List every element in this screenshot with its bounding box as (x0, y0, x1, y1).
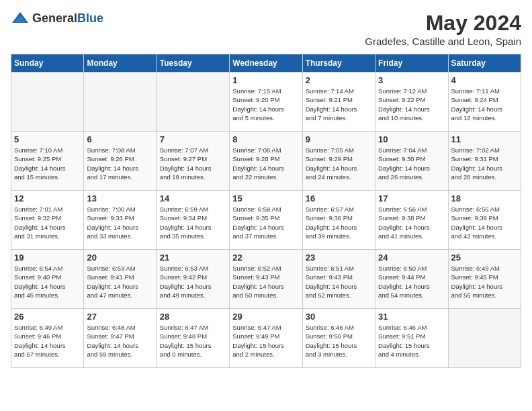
calendar-cell: 20Sunrise: 6:53 AM Sunset: 9:41 PM Dayli… (84, 250, 157, 309)
calendar-cell (84, 73, 157, 132)
day-info: Sunrise: 7:02 AM Sunset: 9:31 PM Dayligh… (451, 146, 518, 181)
day-number: 24 (378, 253, 445, 263)
calendar-cell: 3Sunrise: 7:12 AM Sunset: 9:22 PM Daylig… (375, 73, 448, 132)
day-number: 20 (87, 253, 153, 263)
day-of-week-header: Tuesday (157, 54, 229, 73)
day-info: Sunrise: 7:01 AM Sunset: 9:32 PM Dayligh… (14, 205, 81, 240)
calendar-table: SundayMondayTuesdayWednesdayThursdayFrid… (11, 54, 521, 368)
calendar-cell: 4Sunrise: 7:11 AM Sunset: 9:24 PM Daylig… (448, 73, 521, 132)
day-info: Sunrise: 6:53 AM Sunset: 9:42 PM Dayligh… (160, 264, 226, 300)
location-title: Gradefes, Castille and Leon, Spain (365, 36, 521, 47)
day-info: Sunrise: 7:04 AM Sunset: 9:30 PM Dayligh… (378, 146, 445, 181)
month-title: May 2024 (365, 11, 521, 36)
day-number: 13 (87, 193, 153, 203)
calendar-week-row: 12Sunrise: 7:01 AM Sunset: 9:32 PM Dayli… (11, 191, 521, 250)
calendar-cell (448, 309, 521, 368)
calendar-cell: 31Sunrise: 6:46 AM Sunset: 9:51 PM Dayli… (375, 309, 448, 368)
day-number: 6 (87, 134, 153, 144)
day-number: 8 (232, 134, 299, 144)
calendar-cell: 30Sunrise: 6:46 AM Sunset: 9:50 PM Dayli… (302, 309, 375, 368)
calendar-cell: 21Sunrise: 6:53 AM Sunset: 9:42 PM Dayli… (157, 250, 229, 309)
calendar-body: 1Sunrise: 7:15 AM Sunset: 9:20 PM Daylig… (11, 73, 521, 368)
calendar-cell: 13Sunrise: 7:00 AM Sunset: 9:33 PM Dayli… (84, 191, 157, 250)
day-info: Sunrise: 6:48 AM Sunset: 9:47 PM Dayligh… (87, 323, 153, 359)
calendar-cell: 14Sunrise: 6:59 AM Sunset: 9:34 PM Dayli… (157, 191, 229, 250)
day-info: Sunrise: 7:11 AM Sunset: 9:24 PM Dayligh… (451, 87, 518, 122)
day-of-week-header: Sunday (11, 54, 84, 73)
day-number: 22 (232, 253, 299, 263)
day-info: Sunrise: 6:47 AM Sunset: 9:49 PM Dayligh… (232, 323, 299, 359)
day-info: Sunrise: 6:54 AM Sunset: 9:40 PM Dayligh… (14, 264, 81, 300)
logo-icon (11, 11, 30, 26)
day-number: 3 (378, 75, 445, 85)
day-info: Sunrise: 7:06 AM Sunset: 9:28 PM Dayligh… (232, 146, 299, 181)
day-number: 9 (306, 134, 372, 144)
day-info: Sunrise: 6:57 AM Sunset: 9:36 PM Dayligh… (306, 205, 372, 240)
calendar-cell: 24Sunrise: 6:50 AM Sunset: 9:44 PM Dayli… (375, 250, 448, 309)
calendar-cell: 2Sunrise: 7:14 AM Sunset: 9:21 PM Daylig… (302, 73, 375, 132)
calendar-week-row: 5Sunrise: 7:10 AM Sunset: 9:25 PM Daylig… (11, 132, 521, 191)
day-number: 1 (232, 75, 299, 85)
day-info: Sunrise: 7:12 AM Sunset: 9:22 PM Dayligh… (378, 87, 445, 122)
title-area: May 2024 Gradefes, Castille and Leon, Sp… (365, 11, 521, 47)
calendar-cell (157, 73, 229, 132)
calendar-cell: 8Sunrise: 7:06 AM Sunset: 9:28 PM Daylig… (230, 132, 302, 191)
day-number: 27 (87, 312, 153, 322)
logo-text: GeneralBlue (32, 11, 103, 26)
day-number: 17 (378, 193, 445, 203)
day-number: 7 (160, 134, 226, 144)
day-number: 23 (306, 253, 372, 263)
calendar-cell: 19Sunrise: 6:54 AM Sunset: 9:40 PM Dayli… (11, 250, 84, 309)
day-number: 29 (232, 312, 299, 322)
day-number: 12 (14, 193, 81, 203)
day-of-week-header: Thursday (302, 54, 375, 73)
day-of-week-header: Wednesday (230, 54, 302, 73)
day-info: Sunrise: 6:51 AM Sunset: 9:43 PM Dayligh… (306, 264, 372, 300)
day-number: 5 (14, 134, 81, 144)
day-info: Sunrise: 7:00 AM Sunset: 9:33 PM Dayligh… (87, 205, 153, 240)
calendar-cell: 22Sunrise: 6:52 AM Sunset: 9:43 PM Dayli… (230, 250, 302, 309)
day-of-week-header: Friday (375, 54, 448, 73)
calendar-cell: 23Sunrise: 6:51 AM Sunset: 9:43 PM Dayli… (302, 250, 375, 309)
calendar-cell: 5Sunrise: 7:10 AM Sunset: 9:25 PM Daylig… (11, 132, 84, 191)
calendar-cell (11, 73, 84, 132)
page-header: GeneralBlue May 2024 Gradefes, Castille … (11, 11, 521, 47)
day-info: Sunrise: 6:46 AM Sunset: 9:51 PM Dayligh… (378, 323, 445, 359)
day-of-week-header: Saturday (448, 54, 521, 73)
calendar-cell: 26Sunrise: 6:49 AM Sunset: 9:46 PM Dayli… (11, 309, 84, 368)
day-number: 26 (14, 312, 81, 322)
day-info: Sunrise: 7:08 AM Sunset: 9:26 PM Dayligh… (87, 146, 153, 181)
logo: GeneralBlue (11, 11, 103, 26)
calendar-cell: 11Sunrise: 7:02 AM Sunset: 9:31 PM Dayli… (448, 132, 521, 191)
day-info: Sunrise: 6:47 AM Sunset: 9:48 PM Dayligh… (160, 323, 226, 359)
day-number: 15 (232, 193, 299, 203)
day-info: Sunrise: 6:46 AM Sunset: 9:50 PM Dayligh… (306, 323, 372, 359)
calendar-header-row: SundayMondayTuesdayWednesdayThursdayFrid… (11, 54, 521, 73)
day-number: 14 (160, 193, 226, 203)
day-info: Sunrise: 7:07 AM Sunset: 9:27 PM Dayligh… (160, 146, 226, 181)
day-number: 19 (14, 253, 81, 263)
calendar-week-row: 19Sunrise: 6:54 AM Sunset: 9:40 PM Dayli… (11, 250, 521, 309)
calendar-week-row: 1Sunrise: 7:15 AM Sunset: 9:20 PM Daylig… (11, 73, 521, 132)
day-info: Sunrise: 6:49 AM Sunset: 9:46 PM Dayligh… (14, 323, 81, 359)
calendar-cell: 27Sunrise: 6:48 AM Sunset: 9:47 PM Dayli… (84, 309, 157, 368)
day-number: 25 (451, 253, 518, 263)
day-number: 30 (306, 312, 372, 322)
day-number: 10 (378, 134, 445, 144)
day-info: Sunrise: 6:53 AM Sunset: 9:41 PM Dayligh… (87, 264, 153, 300)
calendar-cell: 17Sunrise: 6:56 AM Sunset: 9:38 PM Dayli… (375, 191, 448, 250)
day-info: Sunrise: 7:05 AM Sunset: 9:29 PM Dayligh… (306, 146, 372, 181)
calendar-cell: 7Sunrise: 7:07 AM Sunset: 9:27 PM Daylig… (157, 132, 229, 191)
calendar-week-row: 26Sunrise: 6:49 AM Sunset: 9:46 PM Dayli… (11, 309, 521, 368)
calendar-cell: 6Sunrise: 7:08 AM Sunset: 9:26 PM Daylig… (84, 132, 157, 191)
calendar-cell: 12Sunrise: 7:01 AM Sunset: 9:32 PM Dayli… (11, 191, 84, 250)
day-info: Sunrise: 7:15 AM Sunset: 9:20 PM Dayligh… (232, 87, 299, 122)
day-number: 21 (160, 253, 226, 263)
day-info: Sunrise: 6:50 AM Sunset: 9:44 PM Dayligh… (378, 264, 445, 300)
day-info: Sunrise: 6:58 AM Sunset: 9:35 PM Dayligh… (232, 205, 299, 240)
day-number: 2 (306, 75, 372, 85)
day-info: Sunrise: 6:56 AM Sunset: 9:38 PM Dayligh… (378, 205, 445, 240)
calendar-cell: 18Sunrise: 6:55 AM Sunset: 9:39 PM Dayli… (448, 191, 521, 250)
day-number: 11 (451, 134, 518, 144)
calendar-cell: 1Sunrise: 7:15 AM Sunset: 9:20 PM Daylig… (230, 73, 302, 132)
